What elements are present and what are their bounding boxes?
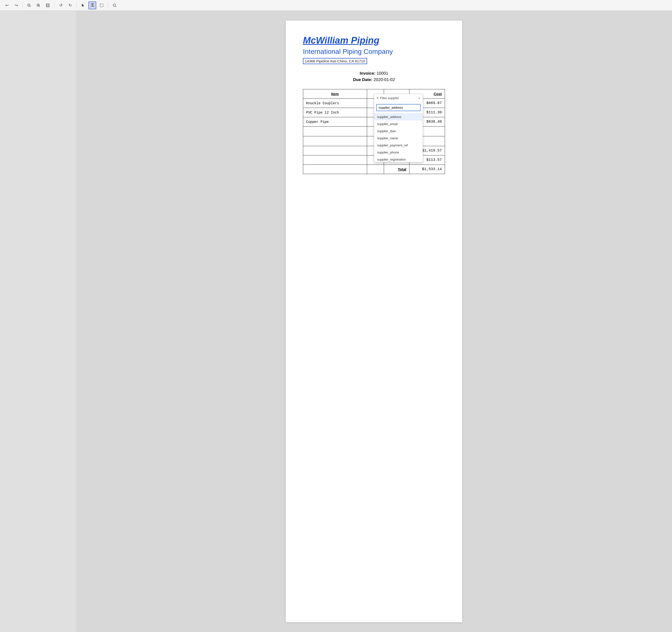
sidebar: [0, 11, 76, 632]
filter-title-text: Filter supplier: [380, 96, 399, 100]
main-layout: McWilliam Piping International Piping Co…: [0, 11, 672, 632]
filter-item-supplier-email[interactable]: supplier_email: [374, 121, 423, 128]
document-area: McWilliam Piping International Piping Co…: [76, 11, 672, 632]
filter-close-button[interactable]: ×: [418, 97, 420, 100]
company-address: 14368 Pipeline Ave Chino, CA 91710: [303, 58, 367, 64]
row3-item: Copper Pipe: [303, 117, 367, 127]
zoom-out-button[interactable]: [25, 1, 33, 9]
svg-line-12: [115, 6, 116, 7]
filter-icon: ≡: [377, 96, 379, 100]
filter-input[interactable]: [376, 104, 421, 111]
filter-list: supplier_address supplier_email supplier…: [374, 113, 423, 162]
document: McWilliam Piping International Piping Co…: [286, 21, 462, 622]
text-select-button[interactable]: 王: [89, 1, 96, 9]
rotate-right-button[interactable]: ↻: [66, 1, 74, 9]
total-label: Total: [384, 165, 409, 174]
filter-header: ≡ Filter supplier ×: [374, 94, 423, 102]
zoom-in-icon: [37, 3, 41, 7]
svg-marker-9: [82, 4, 84, 7]
total-empty1: [303, 165, 367, 174]
zoom-out-icon: [27, 3, 31, 7]
filter-item-supplier-phone[interactable]: supplier_phone: [374, 149, 423, 156]
filter-item-supplier-name[interactable]: supplier_name: [374, 135, 423, 142]
filter-item-supplier-iban[interactable]: supplier_iban: [374, 128, 423, 135]
filter-item-supplier-payment-ref[interactable]: supplier_payment_ref: [374, 142, 423, 149]
toolbar-separator-2: [54, 2, 54, 8]
svg-line-6: [39, 6, 40, 7]
fit-page-button[interactable]: [44, 1, 52, 9]
rect-select-button[interactable]: [98, 1, 105, 9]
select-button[interactable]: [79, 1, 87, 9]
search-button[interactable]: [111, 1, 119, 9]
fit-page-icon: [46, 3, 50, 7]
due-date-label: Due Date:: [353, 77, 372, 82]
svg-rect-7: [46, 4, 49, 7]
select-icon: [81, 3, 85, 7]
row1-item: Knuckle Couplers: [303, 99, 367, 108]
row2-item: PVC Pipe 12 Inch: [303, 108, 367, 117]
filter-title: ≡ Filter supplier: [377, 96, 399, 100]
col-header-item: Item: [303, 89, 367, 99]
due-date-row: Due Date: 2020-01-02: [303, 77, 445, 82]
total-value: $1,533.14: [409, 165, 445, 174]
svg-rect-8: [47, 5, 48, 6]
svg-point-11: [113, 4, 116, 6]
company-subtitle: International Piping Company: [303, 48, 445, 55]
invoice-number: 10001: [377, 71, 388, 76]
tax-empty1: [303, 155, 367, 165]
rotate-left-button[interactable]: ↺: [57, 1, 65, 9]
zoom-in-button[interactable]: [34, 1, 42, 9]
search-icon: [113, 3, 117, 7]
filter-popup: ≡ Filter supplier × supplier_address sup…: [374, 94, 423, 162]
redo-button[interactable]: ↪: [12, 1, 20, 9]
toolbar: ↩ ↪ ↺ ↻ 王: [0, 0, 672, 11]
rect-select-icon: [100, 3, 103, 7]
filter-item-supplier-address[interactable]: supplier_address: [374, 113, 423, 121]
total-row: Total $1,533.14: [303, 165, 445, 174]
undo-button[interactable]: ↩: [3, 1, 11, 9]
invoice-label: Invoice:: [360, 71, 376, 76]
svg-rect-10: [100, 4, 103, 7]
subtotal-empty1: [303, 146, 367, 155]
total-empty2: [367, 165, 384, 174]
svg-line-2: [30, 6, 31, 7]
empty-cell: [303, 127, 367, 136]
invoice-info: Invoice: 10001 Due Date: 2020-01-02: [303, 71, 445, 82]
empty-cell: [303, 136, 367, 146]
company-header: McWilliam Piping International Piping Co…: [303, 35, 445, 71]
filter-item-supplier-registration[interactable]: supplier_registration: [374, 156, 423, 162]
invoice-number-row: Invoice: 10001: [303, 71, 445, 76]
text-select-icon: 王: [91, 3, 94, 7]
due-date-value: 2020-01-02: [374, 77, 395, 82]
toolbar-separator-3: [76, 2, 77, 8]
company-title: McWilliam Piping: [303, 35, 445, 46]
